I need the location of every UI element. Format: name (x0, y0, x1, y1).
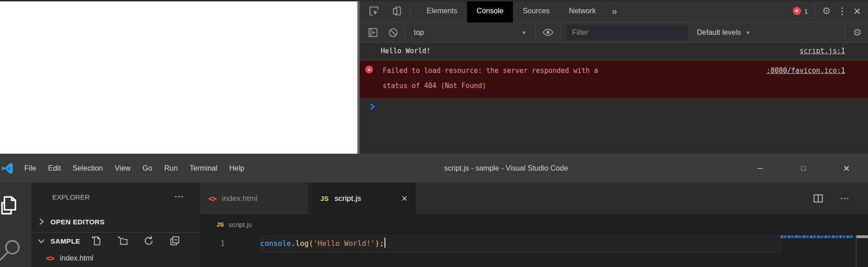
devtools-close-icon[interactable]: × (854, 5, 861, 17)
error-count-badge[interactable]: × 1 (793, 7, 808, 15)
vscode-logo-icon[interactable] (1, 162, 14, 175)
split-editor-icon[interactable] (812, 192, 824, 205)
console-toolbar-right: ⚙ (845, 26, 868, 39)
tab-label: script.js (334, 194, 361, 203)
folder-section-sample[interactable]: SAMPLE (31, 233, 200, 250)
token-semicolon: ; (379, 239, 384, 248)
editor-more-icon[interactable]: ··· (840, 194, 850, 203)
toolbar-separator (410, 4, 411, 18)
search-icon[interactable] (0, 236, 24, 261)
token-paren-close: ) (375, 239, 379, 248)
folder-section-label: SAMPLE (50, 237, 80, 245)
file-item-index-html[interactable]: <> index.html (31, 250, 200, 267)
tab-sources[interactable]: Sources (513, 0, 559, 22)
new-file-icon[interactable] (90, 235, 102, 247)
error-line-2: status of 404 (Not Found) (383, 82, 486, 90)
chevron-down-icon: ▼ (522, 30, 527, 35)
toolbar-separator (845, 26, 846, 39)
tab-script-js[interactable]: JS script.js × (312, 183, 416, 214)
token-dot: . (291, 239, 295, 248)
error-badge-icon: × (793, 7, 801, 15)
console-messages: Hello World! script.js:1 × Failed to loa… (360, 43, 868, 111)
toolbar-separator (560, 26, 561, 39)
menu-run[interactable]: Run (158, 154, 184, 183)
tab-close-icon[interactable]: × (397, 193, 407, 205)
screenshot-root: Elements Console Sources Network » × 1 ⚙… (0, 0, 868, 267)
browser-window-edge (0, 0, 868, 1)
devtools-toolbar: Elements Console Sources Network » × 1 ⚙… (360, 0, 868, 22)
new-folder-icon[interactable] (117, 235, 128, 247)
console-error-row: × Failed to load resource: the server re… (360, 60, 868, 98)
filter-input[interactable] (567, 25, 688, 40)
vscode-workbench: EXPLORER ··· OPEN EDITORS SAMPLE (0, 183, 868, 267)
window-title: script.js - sample - Visual Studio Code (444, 154, 568, 183)
eye-icon[interactable] (542, 26, 554, 39)
minimize-button[interactable]: ─ (739, 154, 782, 183)
console-prompt[interactable] (360, 98, 868, 111)
toolbar-separator (535, 26, 536, 39)
tabbar-actions: ··· (812, 183, 868, 214)
window-controls: ─ □ × (739, 154, 868, 183)
log-levels-value: Default levels (697, 28, 741, 37)
token-log: log (295, 239, 309, 248)
console-log-source-link[interactable]: script.js:1 (800, 43, 845, 60)
menu-help[interactable]: Help (223, 154, 250, 183)
inspect-element-icon[interactable] (368, 5, 380, 17)
console-log-row: Hello World! script.js:1 (360, 43, 868, 60)
toolbar-separator (405, 26, 405, 39)
device-toolbar-icon[interactable] (390, 5, 402, 17)
maximize-button[interactable]: □ (782, 154, 825, 183)
explorer-actions (90, 235, 181, 247)
html-file-icon: <> (46, 254, 53, 263)
breadcrumb[interactable]: JS script.js (200, 214, 868, 235)
explorer-header: EXPLORER ··· (31, 183, 200, 211)
open-editors-section[interactable]: OPEN EDITORS (31, 211, 200, 233)
console-sidebar-icon[interactable] (367, 27, 379, 39)
menu-go[interactable]: Go (137, 154, 158, 183)
devtools-menu-icon[interactable]: ⋮ (838, 6, 847, 17)
tab-network[interactable]: Network (559, 0, 606, 22)
refresh-icon[interactable] (143, 235, 155, 247)
breadcrumb-label: script.js (228, 221, 252, 228)
console-error-source-link[interactable]: :8080/favicon.ico:1 (766, 63, 845, 78)
console-settings-gear-icon[interactable]: ⚙ (853, 27, 862, 38)
token-console: console (260, 239, 291, 248)
explorer-files-icon[interactable] (0, 194, 21, 217)
close-button[interactable]: × (825, 154, 868, 183)
explorer-more-icon[interactable]: ··· (175, 192, 184, 201)
error-badge-count: 1 (804, 7, 808, 15)
menu-file[interactable]: File (18, 154, 42, 183)
editor-area: <> index.html JS script.js × (200, 183, 868, 267)
tab-console[interactable]: Console (467, 0, 513, 22)
tab-index-html[interactable]: <> index.html (200, 183, 312, 214)
editor-tabbar: <> index.html JS script.js × (200, 183, 868, 214)
menu-view[interactable]: View (109, 154, 136, 183)
browser-page-blank (0, 1, 357, 154)
toolbar-separator (815, 4, 815, 18)
prompt-chevron-icon (368, 103, 376, 111)
error-circle-icon: × (365, 66, 373, 73)
chevron-down-icon: ▼ (746, 30, 751, 35)
log-levels-dropdown[interactable]: Default levels ▼ (697, 28, 751, 37)
code-editor[interactable]: 1 console.log('Hello World!'); (200, 235, 868, 267)
open-editors-label: OPEN EDITORS (50, 218, 105, 226)
menu-edit[interactable]: Edit (42, 154, 67, 183)
menu-selection[interactable]: Selection (67, 154, 109, 183)
context-selector[interactable]: top ▼ (411, 28, 529, 37)
console-log-text: Hello World! (381, 43, 430, 60)
console-toolbar: top ▼ Default levels ▼ ⚙ (360, 22, 868, 43)
code-line-1: console.log('Hello World!'); (260, 235, 385, 252)
menu-terminal[interactable]: Terminal (184, 154, 223, 183)
explorer-title: EXPLORER (52, 193, 90, 201)
collapse-all-icon[interactable] (169, 235, 181, 247)
scrollbar-marker[interactable] (857, 235, 868, 238)
activity-bar (0, 183, 31, 267)
minimap[interactable] (781, 235, 853, 238)
line-number: 1 (200, 235, 235, 252)
chevron-down-icon (38, 237, 45, 245)
tab-elements[interactable]: Elements (417, 0, 467, 22)
clear-console-icon[interactable] (388, 27, 399, 38)
text-cursor (384, 238, 385, 248)
settings-gear-icon[interactable]: ⚙ (822, 6, 831, 17)
more-tabs-icon[interactable]: » (606, 6, 623, 17)
